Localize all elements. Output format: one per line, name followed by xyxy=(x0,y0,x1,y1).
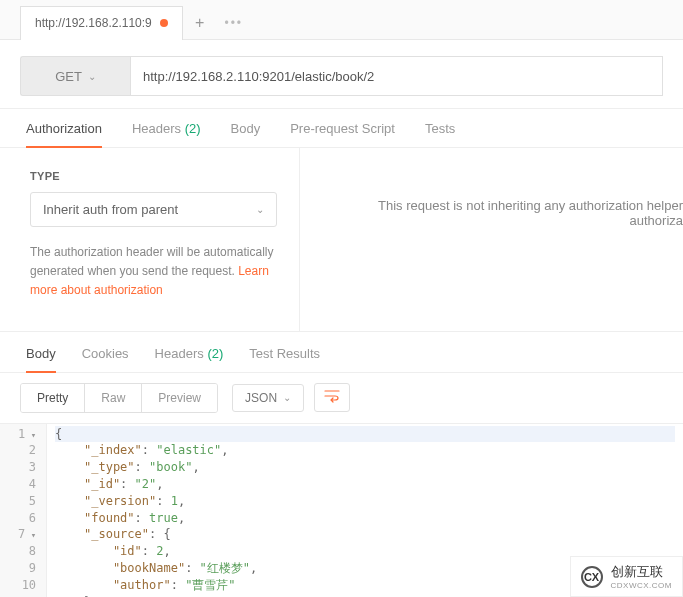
chevron-down-icon: ⌄ xyxy=(88,71,96,82)
tab-body[interactable]: Body xyxy=(231,121,261,147)
auth-help-text: The authorization header will be automat… xyxy=(30,243,277,301)
logo-icon: CX xyxy=(581,566,603,588)
url-input[interactable] xyxy=(130,56,663,96)
tab-prerequest[interactable]: Pre-request Script xyxy=(290,121,395,147)
auth-inherit-message: This request is not inheriting any autho… xyxy=(300,148,683,331)
view-mode-group: Pretty Raw Preview xyxy=(20,383,218,413)
method-select[interactable]: GET ⌄ xyxy=(20,56,130,96)
view-raw-button[interactable]: Raw xyxy=(84,384,141,412)
view-pretty-button[interactable]: Pretty xyxy=(21,384,84,412)
wrap-lines-icon[interactable] xyxy=(314,383,350,412)
resp-tab-body[interactable]: Body xyxy=(26,346,56,373)
watermark-logo: CX 创新互联 CDXWCX.COM xyxy=(570,556,683,597)
unsaved-dot-icon xyxy=(160,19,168,27)
line-gutter: 123456789101112 xyxy=(0,424,47,597)
tab-request[interactable]: http://192.168.2.110:9 xyxy=(20,6,183,40)
auth-type-value: Inherit auth from parent xyxy=(43,202,178,217)
resp-tab-headers[interactable]: Headers (2) xyxy=(155,346,224,372)
resp-tab-cookies[interactable]: Cookies xyxy=(82,346,129,372)
tab-headers[interactable]: Headers (2) xyxy=(132,121,201,147)
auth-type-select[interactable]: Inherit auth from parent ⌄ xyxy=(30,192,277,227)
chevron-down-icon: ⌄ xyxy=(283,392,291,403)
format-select[interactable]: JSON ⌄ xyxy=(232,384,304,412)
tab-label: http://192.168.2.110:9 xyxy=(35,16,152,30)
chevron-down-icon: ⌄ xyxy=(256,204,264,215)
tab-more-icon[interactable]: ••• xyxy=(217,6,251,40)
resp-tab-test-results[interactable]: Test Results xyxy=(249,346,320,372)
auth-type-label: TYPE xyxy=(30,170,277,182)
method-label: GET xyxy=(55,69,82,84)
tab-authorization[interactable]: Authorization xyxy=(26,121,102,148)
tab-tests[interactable]: Tests xyxy=(425,121,455,147)
format-label: JSON xyxy=(245,391,277,405)
view-preview-button[interactable]: Preview xyxy=(141,384,217,412)
tab-add-button[interactable]: + xyxy=(183,6,217,40)
